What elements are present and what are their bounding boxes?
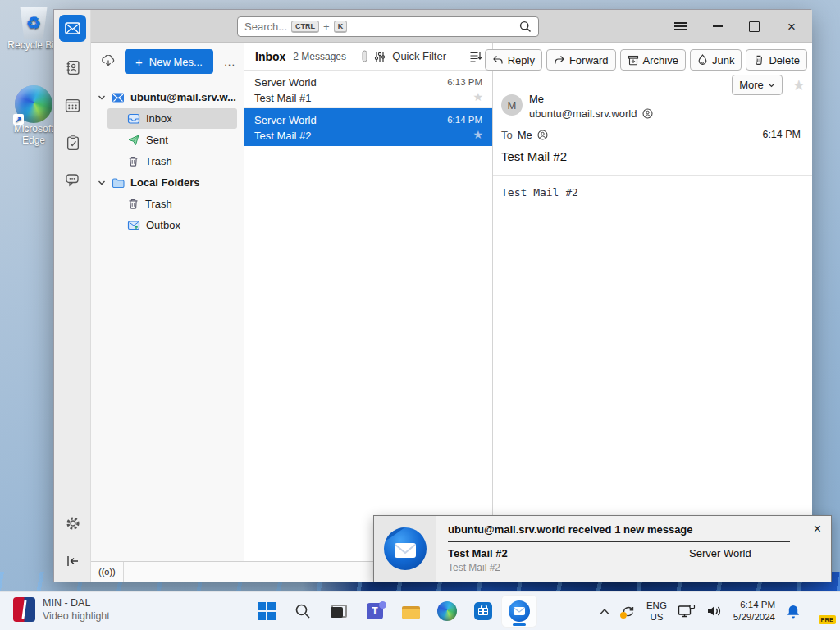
inbox-icon xyxy=(127,112,140,125)
search-icon xyxy=(294,603,311,619)
edge-button[interactable] xyxy=(429,595,465,628)
junk-button[interactable]: Junk xyxy=(690,49,742,71)
address-book-icon xyxy=(65,60,80,75)
sync-status-icon[interactable] xyxy=(621,605,636,618)
from-name: Me xyxy=(529,93,544,105)
widgets-button[interactable]: MIN - DAL Video highlight xyxy=(13,596,110,623)
contact-icon[interactable] xyxy=(642,108,653,119)
notification-close-icon[interactable]: × xyxy=(814,522,821,536)
close-button[interactable]: × xyxy=(779,15,804,38)
star-message-button[interactable]: ★ xyxy=(792,76,806,94)
to-row: To Me xyxy=(501,129,548,141)
notification-preview: Test Mail #2 xyxy=(448,562,819,573)
ctrl-key-badge: CTRL xyxy=(291,21,319,33)
message-toolbar: Reply Forward Archive Junk xyxy=(485,49,807,71)
account-row[interactable]: ubuntu@mail.srv.w... xyxy=(94,87,237,107)
maximize-button[interactable] xyxy=(742,15,766,38)
space-chat-button[interactable] xyxy=(59,169,86,192)
gear-icon xyxy=(65,515,81,532)
edge-icon: ↗ xyxy=(15,85,52,123)
plus-separator: + xyxy=(323,21,330,33)
contact-icon[interactable] xyxy=(537,130,548,140)
quick-filter-icon[interactable] xyxy=(374,51,386,62)
forward-button[interactable]: Forward xyxy=(546,49,616,71)
hamburger-icon xyxy=(674,21,687,32)
spaces-toolbar xyxy=(54,10,91,582)
start-button[interactable] xyxy=(249,595,285,628)
reply-icon xyxy=(492,55,504,65)
search-placeholder: Search... xyxy=(244,21,287,33)
star-icon[interactable]: ★ xyxy=(472,90,483,103)
body-divider xyxy=(493,175,812,176)
folder-sent[interactable]: Sent xyxy=(107,130,237,150)
message-row[interactable]: Server World 6:13 PM Test Mail #1 ★ xyxy=(244,71,492,108)
network-icon[interactable] xyxy=(678,604,696,619)
notification-bell-icon[interactable] xyxy=(786,604,801,619)
edge-icon xyxy=(437,601,457,621)
archive-button[interactable]: Archive xyxy=(620,49,686,71)
more-button[interactable]: More xyxy=(732,75,783,95)
tray-expand-icon[interactable] xyxy=(599,608,610,615)
archive-icon xyxy=(628,55,639,66)
star-icon[interactable]: ★ xyxy=(472,128,483,141)
thunderbird-logo xyxy=(374,516,436,582)
folder-outbox[interactable]: Outbox xyxy=(107,215,237,235)
space-tasks-button[interactable] xyxy=(59,131,86,154)
settings-button[interactable] xyxy=(59,512,86,535)
activity-icon: ((o)) xyxy=(98,567,116,577)
list-display-options-icon[interactable] xyxy=(469,51,482,62)
copilot-button[interactable]: PRE xyxy=(811,601,832,622)
close-icon: × xyxy=(788,20,796,34)
tray-time: 6:14 PM xyxy=(733,599,775,611)
copilot-pre-badge: PRE xyxy=(819,615,836,624)
new-mail-notification[interactable]: ubuntu@mail.srv.world received 1 new mes… xyxy=(373,515,832,582)
from-email: ubuntu@mail.srv.world xyxy=(529,107,653,120)
app-menu-button[interactable] xyxy=(669,15,693,38)
folder-pane-options-button[interactable]: ... xyxy=(224,56,235,68)
calendar-icon xyxy=(65,98,80,113)
chat-icon xyxy=(65,173,81,188)
delete-icon xyxy=(753,54,765,66)
mail-icon xyxy=(65,22,80,34)
minimize-icon xyxy=(713,25,723,27)
notification-divider xyxy=(448,541,790,542)
recycle-bin-icon: ♻ xyxy=(19,7,48,39)
notification-sender: Server World xyxy=(689,547,751,559)
sticky-filter-icon[interactable] xyxy=(362,50,368,62)
get-messages-icon[interactable] xyxy=(101,55,116,68)
language-indicator[interactable]: ENG US xyxy=(646,600,667,623)
volume-icon[interactable] xyxy=(706,605,723,618)
task-view-button[interactable] xyxy=(321,595,357,628)
tasks-icon xyxy=(66,135,80,151)
teams-button[interactable]: T xyxy=(357,595,393,628)
folder-trash[interactable]: Trash xyxy=(107,151,237,171)
taskbar-search-button[interactable] xyxy=(285,595,321,628)
quick-filter-label[interactable]: Quick Filter xyxy=(392,50,446,62)
message-row-selected[interactable]: Server World 6:14 PM Test Mail #2 ★ xyxy=(244,108,492,146)
new-message-button[interactable]: + New Mes... xyxy=(125,49,213,74)
reply-button[interactable]: Reply xyxy=(485,49,542,71)
notification-title: ubuntu@mail.srv.world received 1 new mes… xyxy=(448,523,819,536)
store-button[interactable] xyxy=(465,595,501,628)
thunderbird-taskbar-button[interactable] xyxy=(501,595,537,628)
k-key-badge: K xyxy=(334,21,348,33)
chevron-down-icon xyxy=(98,94,106,101)
local-folders-row[interactable]: Local Folders xyxy=(94,172,237,193)
delete-button[interactable]: Delete xyxy=(746,49,807,71)
global-search-field[interactable]: Search... CTRL + K xyxy=(237,16,539,37)
sender-avatar: M xyxy=(501,94,523,116)
maximize-icon xyxy=(749,21,760,32)
file-explorer-button[interactable] xyxy=(393,595,429,628)
nba-widget-icon xyxy=(13,597,35,622)
folder-local-trash[interactable]: Trash xyxy=(107,194,237,214)
space-mail-button[interactable] xyxy=(59,15,86,42)
clock[interactable]: 6:14 PM 5/29/2024 xyxy=(733,599,775,623)
minimize-button[interactable] xyxy=(705,15,730,38)
account-mail-icon xyxy=(112,92,125,103)
space-addressbook-button[interactable] xyxy=(59,56,86,79)
collapse-spaces-button[interactable] xyxy=(59,550,86,573)
folder-inbox[interactable]: Inbox xyxy=(107,108,237,129)
folder-pane: + New Mes... ... ubuntu@mail.srv.w... In… xyxy=(91,43,244,563)
space-calendar-button[interactable] xyxy=(59,94,86,116)
activity-indicator[interactable]: ((o)) xyxy=(91,562,124,582)
